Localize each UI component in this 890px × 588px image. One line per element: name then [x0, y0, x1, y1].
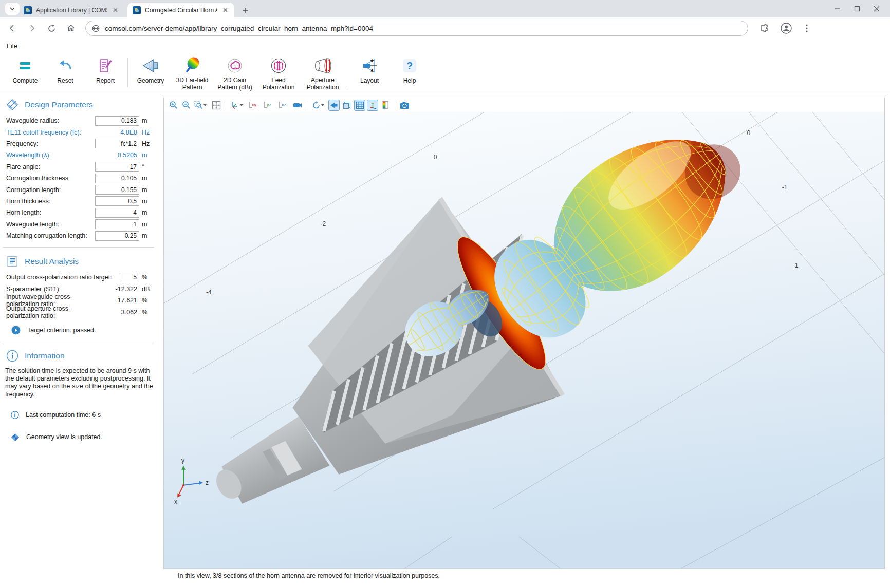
svg-text:xz: xz — [282, 102, 287, 107]
color-legend-toggle[interactable] — [380, 100, 391, 111]
app-menubar: File — [0, 40, 890, 51]
far-field-3d-icon — [183, 55, 201, 75]
param-row: Wavelength (λ): 0.5205 m — [0, 149, 157, 161]
window-minimize-button[interactable] — [835, 6, 841, 12]
geometry-button[interactable]: Geometry — [130, 51, 171, 91]
grid-toggle[interactable] — [354, 100, 365, 111]
compute-icon — [16, 55, 34, 76]
sidebar: Design Parameters Waveguide radius: m TE… — [0, 96, 157, 442]
reload-button[interactable] — [44, 21, 59, 35]
screenshot-button[interactable] — [399, 100, 411, 111]
tab-application-library[interactable]: Application Library | COMSOL S — [18, 3, 124, 17]
layout-button[interactable]: Layout — [349, 51, 390, 91]
home-button[interactable] — [64, 21, 78, 35]
matching-corrugation-length-input[interactable] — [95, 231, 139, 241]
tab-close-icon[interactable] — [111, 6, 119, 14]
show-geometry-toggle[interactable] — [328, 100, 340, 111]
file-menu[interactable]: File — [7, 42, 17, 50]
svg-text:-2: -2 — [320, 220, 326, 227]
view-yz-button[interactable]: yz — [262, 100, 275, 111]
app-toolbar: Compute Reset Report Geometry — [0, 51, 890, 93]
last-computation-row: Last computation time: 6 s — [0, 411, 157, 419]
go-to-view-button[interactable] — [230, 100, 246, 111]
waveguide-radius-input[interactable] — [95, 116, 139, 126]
waveguide-length-input[interactable] — [95, 219, 139, 229]
section-title: Result Analysis — [25, 257, 79, 266]
browser-address-bar: comsol.com/server-demo/app/library_corru… — [0, 17, 890, 39]
toolbar-separator — [395, 101, 395, 110]
reset-button[interactable]: Reset — [45, 51, 85, 91]
dropdown-caret-icon — [203, 104, 207, 106]
status-play-icon — [11, 326, 21, 335]
browser-menu-icon[interactable] — [803, 24, 810, 32]
chevron-down-icon — [9, 6, 15, 12]
status-text: Target criterion: passed. — [27, 327, 96, 334]
window-close-button[interactable] — [874, 6, 880, 12]
svg-text:x: x — [174, 498, 177, 505]
last-computation-text: Last computation time: 6 s — [26, 411, 101, 419]
site-info-icon[interactable] — [92, 25, 100, 32]
browser-tab-strip: Application Library | COMSOL S Corrugate… — [0, 0, 890, 17]
view-caption: In this view, 3/8 sections of the horn a… — [178, 572, 440, 579]
new-tab-button[interactable] — [239, 4, 252, 16]
svg-text:-1: -1 — [782, 184, 788, 191]
information-text: The solution time is expected to be arou… — [0, 366, 157, 399]
design-parameters-icon — [6, 99, 18, 111]
svg-text:1: 1 — [795, 262, 799, 269]
zoom-in-button[interactable] — [168, 100, 179, 111]
output-cross-polarization-value: 3.062 — [95, 309, 139, 316]
frequency-input[interactable] — [95, 139, 139, 148]
param-row: Horn length: m — [0, 207, 157, 218]
transparency-toggle[interactable] — [341, 100, 353, 111]
rotate-view-button[interactable] — [311, 100, 327, 111]
tab-horn-antenna[interactable]: Corrugated Circular Horn Anten — [127, 3, 234, 17]
zoom-out-button[interactable] — [180, 100, 192, 111]
forward-button[interactable] — [25, 21, 39, 35]
cross-polarization-target-input[interactable] — [120, 273, 139, 282]
far-field-3d-button[interactable]: 3D Far-field Pattern — [171, 51, 213, 91]
scene-light-button[interactable] — [292, 100, 303, 111]
tab-close-icon[interactable] — [221, 6, 229, 14]
tab-search-button[interactable] — [5, 3, 20, 15]
report-button[interactable]: Report — [85, 51, 125, 91]
gain-2d-button[interactable]: 2D Gain Pattern (dBi) — [213, 51, 256, 91]
zoom-box-button[interactable] — [193, 100, 209, 111]
model-viewport[interactable]: 0 -2 -4 0 -1 1 — [164, 112, 884, 568]
param-row: Horn thickness: m — [0, 196, 157, 207]
input-cross-polarization-value: 17.621 — [95, 297, 139, 304]
section-divider — [3, 342, 154, 342]
window-maximize-button[interactable] — [854, 6, 860, 12]
result-analysis-header: Result Analysis — [0, 252, 157, 272]
view-xz-button[interactable]: xz — [277, 100, 290, 111]
axes-toggle[interactable] — [367, 100, 378, 111]
zoom-extents-button[interactable] — [211, 100, 222, 111]
extensions-icon[interactable] — [759, 24, 769, 33]
horn-thickness-input[interactable] — [95, 196, 139, 206]
result-row: Output cross-polarization ratio target: … — [0, 272, 157, 283]
geometry-status-text: Geometry view is updated. — [26, 433, 102, 441]
param-row: Waveguide length: m — [0, 219, 157, 230]
view-xy-button[interactable]: xy — [247, 100, 261, 111]
toolbar-separator — [307, 101, 307, 110]
back-button[interactable] — [5, 21, 20, 35]
profile-avatar-icon[interactable] — [781, 23, 792, 34]
url-bar[interactable]: comsol.com/server-demo/app/library_corru… — [85, 21, 748, 36]
feed-polarization-icon — [269, 55, 288, 75]
corrugation-thickness-input[interactable] — [95, 174, 139, 183]
compute-button[interactable]: Compute — [5, 51, 45, 91]
reset-icon — [57, 55, 74, 76]
flare-angle-input[interactable] — [95, 162, 139, 172]
corrugation-length-input[interactable] — [95, 185, 139, 195]
toolbar-separator — [347, 58, 347, 87]
param-row: Waveguide radius: m — [0, 115, 157, 126]
aperture-polarization-button[interactable]: Aperture Polarization — [301, 51, 345, 91]
param-row: TE11 cutoff frequency (fc): 4.8E8 Hz — [0, 126, 157, 138]
horn-length-input[interactable] — [95, 208, 139, 218]
geometry-status-icon — [11, 433, 20, 442]
graphics-toolbar: xy yz xz — [164, 98, 884, 112]
svg-text:xy: xy — [252, 102, 257, 107]
param-row: Matching corrugation length: m — [0, 230, 157, 241]
toolbar-separator — [226, 101, 226, 110]
help-button[interactable]: ? Help — [390, 51, 430, 91]
feed-polarization-button[interactable]: Feed Polarization — [256, 51, 301, 91]
